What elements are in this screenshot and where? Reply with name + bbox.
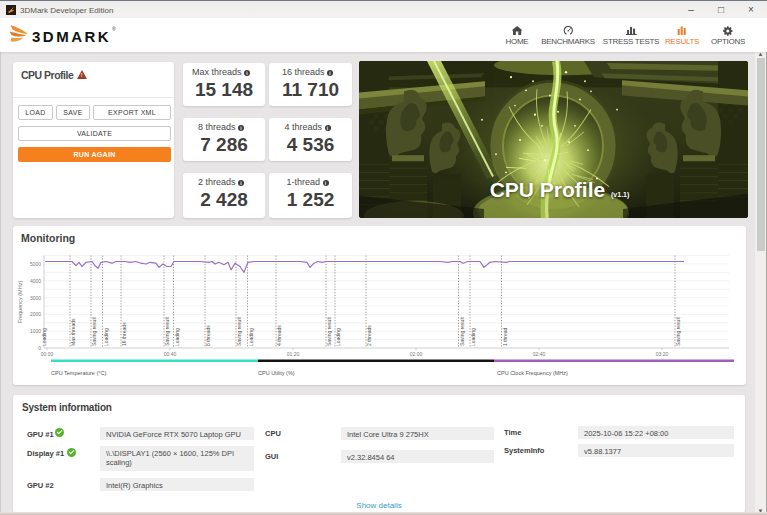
svg-text:1000: 1000 xyxy=(30,328,41,334)
svg-text:CPU Utility (%): CPU Utility (%) xyxy=(258,370,295,376)
svg-text:Max threads: Max threads xyxy=(70,318,76,346)
svg-text:03:20: 03:20 xyxy=(656,351,669,357)
svg-text:4 threads: 4 threads xyxy=(276,325,282,346)
svg-text:Loading: Loading xyxy=(470,328,476,346)
svg-text:Saving result: Saving result xyxy=(459,316,465,346)
svg-text:CPU Clock Frequency (MHz): CPU Clock Frequency (MHz) xyxy=(497,370,568,376)
svg-text:2 threads: 2 threads xyxy=(366,325,372,346)
svg-text:Saving result: Saving result xyxy=(91,316,97,346)
svg-text:Loading: Loading xyxy=(103,328,109,346)
svg-text:02:00: 02:00 xyxy=(410,351,423,357)
svg-text:1 thread: 1 thread xyxy=(502,327,508,346)
svg-text:Frequency (MHz): Frequency (MHz) xyxy=(17,281,23,324)
svg-text:Loading: Loading xyxy=(41,328,47,346)
svg-text:00:00: 00:00 xyxy=(41,351,54,357)
svg-text:Loading: Loading xyxy=(335,328,341,346)
svg-text:02:40: 02:40 xyxy=(533,351,546,357)
svg-text:Loading: Loading xyxy=(174,328,180,346)
svg-text:8 threads: 8 threads xyxy=(205,325,211,346)
svg-text:3000: 3000 xyxy=(30,295,41,301)
svg-text:5000: 5000 xyxy=(30,261,41,267)
svg-text:Loading: Loading xyxy=(248,328,254,346)
svg-text:4000: 4000 xyxy=(30,278,41,284)
svg-text:2000: 2000 xyxy=(30,311,41,317)
svg-text:Saving result: Saving result xyxy=(326,316,332,346)
svg-text:00:40: 00:40 xyxy=(164,351,177,357)
svg-text:01:20: 01:20 xyxy=(287,351,300,357)
svg-text:Saving result: Saving result xyxy=(236,316,242,346)
svg-text:Saving result: Saving result xyxy=(675,316,681,346)
svg-text:Saving result: Saving result xyxy=(164,316,170,346)
svg-text:CPU Temperature (°C): CPU Temperature (°C) xyxy=(51,370,106,376)
svg-text:16 threads: 16 threads xyxy=(121,322,127,346)
